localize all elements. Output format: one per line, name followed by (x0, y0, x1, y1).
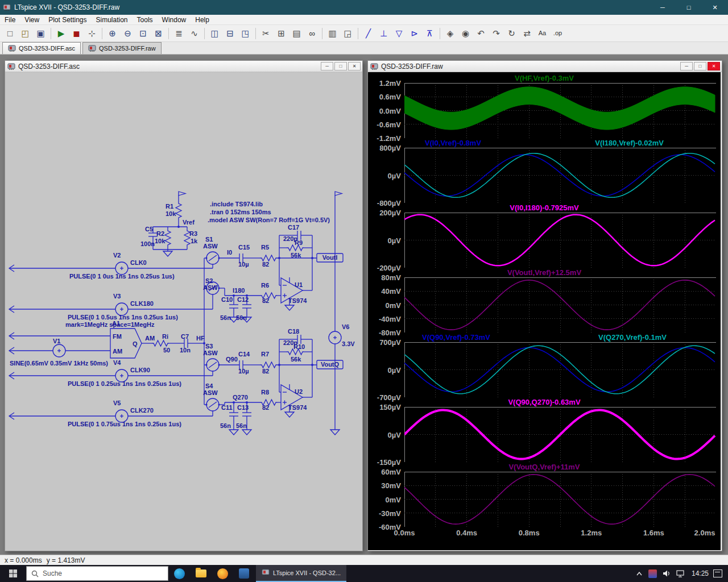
menu-item-file[interactable]: File (0, 15, 20, 25)
plot-pane-3[interactable]: V(I0,I180)-0.7925mV200µV0µV-200µV (368, 203, 721, 268)
tile-vertical-icon[interactable]: ◫ (208, 27, 222, 40)
component-icon[interactable]: ⊼ (423, 27, 437, 40)
tray-app-icon[interactable] (646, 565, 660, 582)
child-restore-button[interactable]: □ (694, 62, 706, 70)
plot-pane-4[interactable]: V(VoutI,Vref)+12.5mV80mV40mV0mV-40mV-80m… (368, 268, 721, 332)
child-close-button[interactable]: ✕ (708, 62, 720, 70)
trace-title[interactable]: V(Q90,Q270)-0.63mV (508, 398, 580, 406)
volume-icon[interactable] (660, 565, 673, 582)
zoom-in-icon[interactable]: ⊕ (105, 27, 119, 40)
trace-title[interactable]: V(VoutQ,Vref)+11mV (508, 463, 580, 471)
paste-icon[interactable]: ▤ (289, 27, 304, 40)
menu-item-tools[interactable]: Tools (133, 15, 158, 25)
ltspice-task-button[interactable]: LTspice XVII - QSD-32... (256, 565, 346, 582)
hidden-icons-chevron[interactable] (632, 565, 646, 582)
zoom-area-icon[interactable]: ⊡ (136, 27, 150, 40)
spice-directive-icon[interactable]: .op (551, 27, 565, 40)
new-schematic-icon[interactable]: □ (3, 27, 17, 40)
network-icon[interactable] (673, 565, 687, 582)
close-button[interactable]: ✕ (702, 0, 728, 15)
menu-item-window[interactable]: Window (158, 15, 191, 25)
schematic-text: Q (133, 340, 138, 347)
trace-title[interactable]: V(I0,I180)-0.7925mV (510, 203, 578, 212)
trace-title[interactable]: V(VoutI,Vref)+12.5mV (507, 268, 581, 277)
start-button[interactable] (0, 565, 26, 582)
open-icon[interactable]: ◰ (18, 27, 32, 40)
action-center-icon[interactable] (713, 569, 722, 577)
menu-item-plot-settings[interactable]: Plot Settings (44, 15, 91, 25)
schematic-window: QSD-3253-DIFF.asc ─ □ ✕ .include TS974.l… (5, 60, 363, 551)
child-close-button[interactable]: ✕ (348, 62, 361, 70)
schematic-text: C14 (238, 351, 250, 357)
trace-title[interactable]: V(Q270,Vref)-0.1mV (598, 333, 667, 342)
schematic-text: R8 (261, 389, 269, 396)
rotate-icon[interactable]: ↻ (504, 27, 519, 40)
zoom-full-icon[interactable]: ⊠ (151, 27, 166, 40)
trace-title[interactable]: V(I0,Vref)-0.8mV (425, 139, 481, 147)
taskbar-firefox-icon[interactable] (212, 565, 233, 582)
menu-item-view[interactable]: View (20, 15, 44, 25)
taskbar-clock[interactable]: 14:25 (687, 569, 713, 577)
title-bar[interactable]: LTspice XVII - QSD-3253-DIFF.raw ─ □ ✕ (0, 0, 728, 15)
print-preview-icon[interactable]: ◲ (341, 27, 355, 40)
schematic-text: .include TS974.lib (210, 201, 263, 207)
run-icon[interactable]: ▶ (54, 27, 68, 40)
tile-horizontal-icon[interactable]: ⊟ (223, 27, 237, 40)
ground-icon[interactable]: ⊥ (377, 27, 391, 40)
desktop: LTspice XVII - QSD-3253-DIFF.raw ─ □ ✕ F… (0, 0, 728, 582)
menu-item-simulation[interactable]: Simulation (92, 15, 133, 25)
taskbar-app-icon[interactable] (233, 565, 255, 582)
maximize-button[interactable]: □ (676, 0, 702, 15)
plot-pane-2[interactable]: V(I0,Vref)-0.8mVV(I180,Vref)-0.02mV800µV… (368, 138, 721, 203)
plot-pane-1[interactable]: V(HF,Vref)-0.3mV1.2mV0.6mV0.0mV-0.6mV-1.… (368, 73, 721, 138)
waveform-area[interactable]: V(HF,Vref)-0.3mV1.2mV0.6mV0.0mV-0.6mV-1.… (368, 72, 721, 550)
halt-icon[interactable]: ◼ (69, 27, 84, 40)
trace-title[interactable]: V(I180,Vref)-0.02mV (595, 139, 664, 147)
schematic-canvas[interactable]: .include TS974.lib.tran 0 152ms 150ms.mo… (5, 72, 362, 551)
print-icon[interactable]: ▥ (325, 27, 340, 40)
find-icon[interactable]: ∞ (305, 27, 319, 40)
cut-icon[interactable]: ✂ (259, 27, 273, 40)
minimize-button[interactable]: ─ (650, 0, 676, 15)
schematic-text: I0 (227, 249, 232, 256)
taskbar-file-explorer-icon[interactable] (190, 565, 212, 582)
undo-icon[interactable]: ↶ (474, 27, 488, 40)
zoom-out-icon[interactable]: ⊖ (121, 27, 135, 40)
taskbar-edge-icon[interactable] (168, 565, 190, 582)
trace-title[interactable]: V(HF,Vref)-0.3mV (515, 74, 574, 82)
mirror-icon[interactable]: ⇄ (520, 27, 534, 40)
wire-icon[interactable]: ╱ (361, 27, 375, 40)
drag-icon[interactable]: ◉ (458, 27, 473, 40)
tab-qsd-3253-diff.asc[interactable]: QSD-3253-DIFF.asc (2, 42, 81, 54)
save-icon[interactable]: ▣ (34, 27, 48, 40)
x-axis-label: 1.2ms (577, 529, 606, 537)
windows-logo-icon (9, 569, 18, 578)
pan-icon[interactable]: ⊹ (85, 27, 99, 40)
tab-qsd-3253-diff.raw[interactable]: QSD-3253-DIFF.raw (82, 42, 162, 54)
diode-icon[interactable]: ⊳ (407, 27, 421, 40)
visible-traces-icon[interactable]: ∿ (187, 27, 201, 40)
schematic-text: C17 (288, 224, 299, 231)
spice-netlist-icon[interactable]: ≣ (172, 27, 186, 40)
search-input[interactable]: Suche (26, 566, 168, 581)
cascade-icon[interactable]: ◳ (238, 27, 253, 40)
schematic-text: CLK270 (130, 407, 154, 414)
child-minimize-button[interactable]: ─ (321, 62, 333, 70)
menu-item-help[interactable]: Help (191, 15, 214, 25)
plot-pane-7[interactable]: V(VoutQ,Vref)+11mV60mV30mV0mV-30mV-60mV (368, 462, 721, 527)
waveform-window-titlebar[interactable]: QSD-3253-DIFF.raw ─ □ ✕ (368, 61, 722, 72)
move-icon[interactable]: ◈ (443, 27, 457, 40)
label-icon[interactable]: ▽ (392, 27, 406, 40)
child-minimize-button[interactable]: ─ (680, 62, 693, 70)
y-axis-label: 1.2mV (368, 79, 401, 88)
trace-title[interactable]: V(Q90,Vref)-0.73mV (422, 333, 490, 342)
redo-icon[interactable]: ↷ (489, 27, 503, 40)
schematic-window-titlebar[interactable]: QSD-3253-DIFF.asc ─ □ ✕ (5, 61, 362, 72)
plot-pane-5[interactable]: V(Q90,Vref)-0.73mVV(Q270,Vref)-0.1mV700µ… (368, 332, 721, 397)
trace-titles-row: V(HF,Vref)-0.3mV (368, 73, 721, 83)
child-restore-button[interactable]: □ (334, 62, 347, 70)
plot-pane-6[interactable]: V(Q90,Q270)-0.63mV150µV0µV-150µV (368, 397, 721, 462)
text-icon[interactable]: Aa (535, 27, 549, 40)
ltspice-app-icon (3, 3, 11, 11)
copy-icon[interactable]: ⊞ (274, 27, 288, 40)
